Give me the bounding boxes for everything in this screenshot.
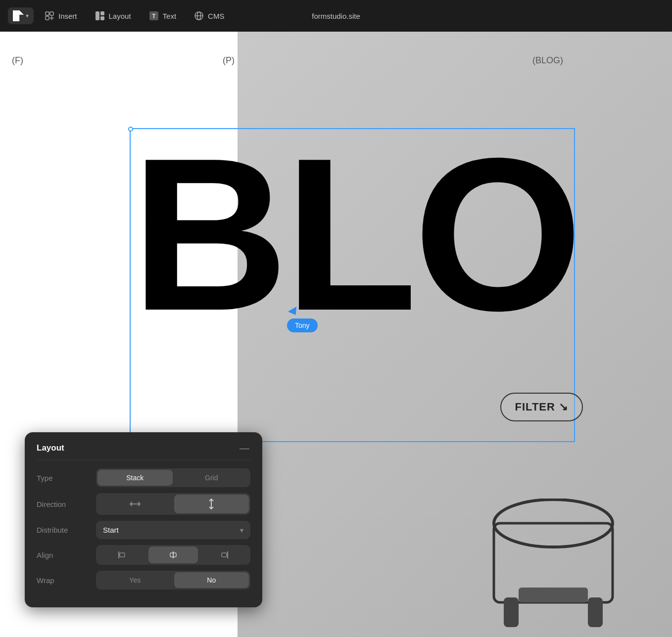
align-group <box>96 545 250 565</box>
svg-rect-5 <box>96 11 99 20</box>
direction-group <box>96 493 250 515</box>
logo-button[interactable]: ▾ <box>8 7 34 24</box>
cms-label: CMS <box>208 12 224 20</box>
svg-rect-1 <box>50 12 53 15</box>
insert-button[interactable]: Insert <box>38 7 84 25</box>
cms-button[interactable]: CMS <box>187 7 231 25</box>
type-control: Stack Grid <box>96 468 250 487</box>
svg-rect-0 <box>46 12 49 15</box>
wrap-no-button[interactable]: No <box>174 572 249 588</box>
panel-collapse-button[interactable]: — <box>239 442 250 454</box>
direction-label: Direction <box>37 500 96 508</box>
insert-icon <box>45 11 54 21</box>
svg-rect-7 <box>100 16 104 20</box>
cursor-user-label: Tony <box>287 318 318 332</box>
type-toggle-group: Stack Grid <box>96 468 250 487</box>
cursor-tooltip: Tony <box>287 309 318 332</box>
guide-label-blog: (BLOG) <box>532 55 563 66</box>
svg-text:T: T <box>152 13 156 20</box>
direction-row: Direction <box>37 493 250 515</box>
distribute-label: Distribute <box>37 526 96 534</box>
toolbar: ▾ Insert Layout T <box>0 0 672 32</box>
distribute-control: Start ▾ <box>96 521 250 539</box>
type-grid-button[interactable]: Grid <box>174 470 249 486</box>
logo-chevron-icon: ▾ <box>26 12 29 19</box>
svg-rect-17 <box>519 588 588 602</box>
type-label: Type <box>37 474 96 482</box>
layout-panel: Layout — Type Stack Grid Direction <box>25 432 262 607</box>
layout-label: Layout <box>109 12 131 20</box>
horizontal-arrows-icon <box>130 500 141 507</box>
align-right-icon <box>220 550 229 559</box>
wrap-yes-button[interactable]: Yes <box>97 572 173 588</box>
canvas-blo-text: BLO <box>131 126 579 343</box>
align-center-icon <box>169 550 178 559</box>
canvas-area: (F) (P) (BLOG) BLO Tony FILTER ↘ Layout … <box>0 32 672 637</box>
align-row: Align <box>37 545 250 565</box>
cursor-triangle-icon <box>288 307 300 318</box>
direction-vertical-button[interactable] <box>174 495 249 513</box>
text-button[interactable]: T Text <box>142 7 184 25</box>
site-title: formstudio.site <box>312 12 360 20</box>
layout-icon <box>95 11 105 21</box>
vertical-arrows-icon <box>208 499 215 509</box>
layout-button[interactable]: Layout <box>88 7 138 25</box>
align-left-button[interactable] <box>97 546 147 563</box>
wrap-row: Wrap Yes No <box>37 571 250 590</box>
text-icon: T <box>149 11 159 21</box>
type-row: Type Stack Grid <box>37 468 250 487</box>
guide-label-p: (P) <box>223 55 235 66</box>
wrap-label: Wrap <box>37 576 96 585</box>
direction-control <box>96 493 250 515</box>
wrap-control: Yes No <box>96 571 250 590</box>
align-label: Align <box>37 551 96 559</box>
align-control <box>96 545 250 565</box>
align-center-button[interactable] <box>148 546 198 563</box>
svg-rect-6 <box>100 11 104 15</box>
furniture-image <box>474 499 632 637</box>
svg-rect-16 <box>588 597 603 627</box>
cms-icon <box>194 11 204 21</box>
distribute-row: Distribute Start ▾ <box>37 521 250 539</box>
distribute-dropdown[interactable]: Start ▾ <box>96 521 250 539</box>
svg-rect-2 <box>46 16 49 20</box>
logo-icon <box>13 10 24 21</box>
insert-label: Insert <box>58 12 77 20</box>
panel-header: Layout — <box>37 442 250 460</box>
furniture-svg <box>474 499 632 637</box>
distribute-arrow-icon: ▾ <box>240 526 243 534</box>
type-stack-button[interactable]: Stack <box>97 470 173 486</box>
direction-horizontal-button[interactable] <box>97 495 173 513</box>
svg-rect-25 <box>222 553 227 557</box>
wrap-toggle-group: Yes No <box>96 571 250 590</box>
text-label: Text <box>163 12 177 20</box>
distribute-value: Start <box>103 526 240 534</box>
filter-button[interactable]: FILTER ↘ <box>500 393 583 421</box>
align-left-icon <box>118 550 127 559</box>
svg-rect-21 <box>120 553 125 557</box>
panel-title: Layout <box>37 443 64 453</box>
svg-rect-15 <box>504 597 519 627</box>
guide-label-f: (F) <box>12 55 23 66</box>
align-right-button[interactable] <box>199 546 249 563</box>
